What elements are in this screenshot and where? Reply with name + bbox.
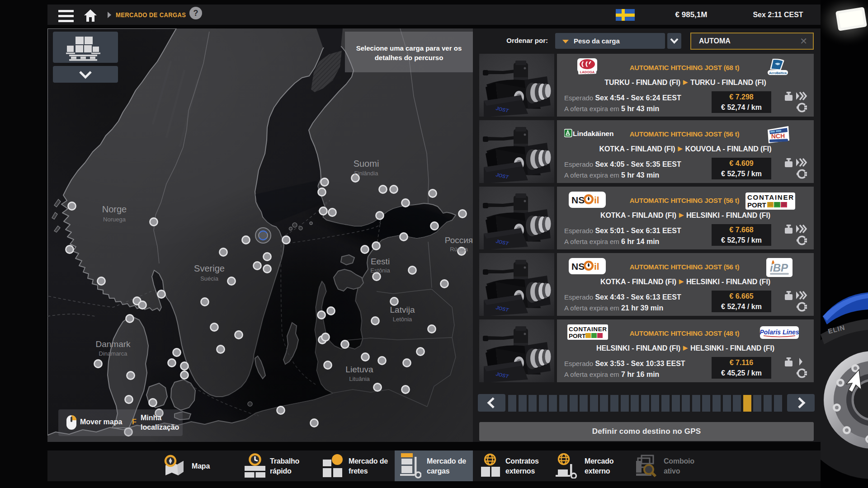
svg-text:Danmark: Danmark xyxy=(95,339,131,349)
svg-text:Finlândia: Finlândia xyxy=(354,170,379,177)
svg-text:Rússia: Rússia xyxy=(450,246,468,253)
svg-text:LADOGA: LADOGA xyxy=(580,70,595,74)
svg-text:PORT: PORT xyxy=(569,333,586,339)
svg-text:Letônia: Letônia xyxy=(393,316,412,323)
svg-text:NCH: NCH xyxy=(771,132,785,140)
svg-text:Noruega: Noruega xyxy=(103,216,126,223)
svg-text:Россия: Россия xyxy=(445,235,473,245)
svg-text:Polaris Lines: Polaris Lines xyxy=(760,328,799,336)
svg-text:CONTAINER: CONTAINER xyxy=(747,193,793,201)
svg-text:Lituânia: Lituânia xyxy=(349,375,370,382)
svg-text:Lietuva: Lietuva xyxy=(345,365,373,374)
svg-text:Eesti: Eesti xyxy=(371,257,390,266)
svg-text:Suomi: Suomi xyxy=(354,159,379,169)
svg-text:Norge: Norge xyxy=(102,204,127,214)
svg-text:CONTAINER: CONTAINER xyxy=(569,326,607,333)
svg-text:il: il xyxy=(594,261,599,272)
svg-text:il: il xyxy=(594,195,599,205)
svg-text:Latvija: Latvija xyxy=(390,305,415,314)
svg-text:Estônia: Estônia xyxy=(370,267,390,274)
svg-text:Sverige: Sverige xyxy=(194,263,225,273)
svg-text:PORT: PORT xyxy=(747,201,766,209)
svg-text:Suécia: Suécia xyxy=(200,275,219,282)
svg-text:NS: NS xyxy=(571,261,585,272)
svg-text:Lindakäinen: Lindakäinen xyxy=(573,130,613,137)
svg-text:Dinamarca: Dinamarca xyxy=(99,350,128,357)
svg-text:AeroBaltica: AeroBaltica xyxy=(769,71,787,75)
svg-text:NS: NS xyxy=(571,195,585,205)
